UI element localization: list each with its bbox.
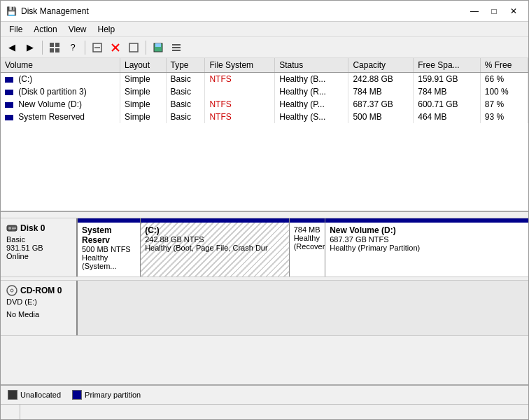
svg-rect-11 bbox=[172, 44, 181, 46]
cell-type: Basic bbox=[166, 111, 205, 123]
svg-rect-0 bbox=[50, 43, 54, 47]
partition-sysres-name: System Reserv bbox=[82, 225, 136, 245]
cell-capacity: 242.88 GB bbox=[348, 73, 414, 86]
svg-rect-12 bbox=[172, 47, 181, 48]
legend-unalloc-label: Unallocated bbox=[20, 391, 61, 399]
cdrom-status: No Media bbox=[6, 310, 71, 318]
tb-minus[interactable] bbox=[89, 39, 106, 56]
disk-0-type: Basic bbox=[6, 235, 71, 244]
partition-rec-size: 784 MB bbox=[294, 225, 321, 234]
menu-action[interactable]: Action bbox=[28, 23, 62, 36]
partition-d-name: New Volume (D:) bbox=[330, 225, 524, 235]
cell-free: 159.91 GB bbox=[414, 73, 480, 86]
cell-pct: 100 % bbox=[480, 85, 528, 98]
partition-c-name: (C:) bbox=[145, 225, 285, 235]
app-icon: 💾 bbox=[6, 6, 17, 16]
svg-point-19 bbox=[7, 286, 17, 295]
svg-rect-10 bbox=[155, 43, 161, 47]
menu-help[interactable]: Help bbox=[92, 23, 121, 36]
tb-list[interactable] bbox=[168, 39, 185, 56]
maximize-button[interactable]: □ bbox=[485, 4, 503, 19]
menu-view[interactable]: View bbox=[63, 23, 92, 36]
cdrom-name: CD-ROM 0 bbox=[20, 286, 62, 295]
cell-pct: 66 % bbox=[480, 73, 528, 86]
cell-fs: NTFS bbox=[205, 111, 275, 123]
menu-file[interactable]: File bbox=[3, 23, 28, 36]
svg-rect-1 bbox=[55, 43, 59, 47]
cell-pct: 93 % bbox=[480, 111, 528, 123]
volume-table: Volume Layout Type File System Status Ca… bbox=[1, 58, 528, 123]
partition-d-size: 687.37 GB NTFS bbox=[330, 235, 524, 244]
col-capacity: Capacity bbox=[348, 58, 414, 73]
volume-table-area: Volume Layout Type File System Status Ca… bbox=[1, 58, 528, 212]
cell-fs bbox=[205, 85, 275, 98]
legend: Unallocated Primary partition bbox=[1, 384, 528, 404]
disk-icon bbox=[6, 223, 17, 234]
cell-free: 784 MB bbox=[414, 85, 480, 98]
menu-bar: File Action View Help bbox=[1, 22, 528, 37]
cell-status: Healthy (R... bbox=[275, 85, 348, 98]
disk-rows-container: Disk 0 Basic 931.51 GB Online System Res… bbox=[1, 212, 528, 342]
partition-sysres-status: Healthy (System... bbox=[82, 253, 136, 270]
minimize-button[interactable]: — bbox=[465, 4, 484, 19]
legend-primary-label: Primary partition bbox=[85, 391, 141, 399]
col-pct: % Free bbox=[480, 58, 528, 73]
cell-status: Healthy (P... bbox=[275, 98, 348, 111]
cell-type: Basic bbox=[166, 73, 205, 86]
disk-0-status: Online bbox=[6, 252, 71, 260]
cell-type: Basic bbox=[166, 85, 205, 98]
partition-sysres-size: 500 MB NTFS bbox=[82, 245, 136, 253]
tb-forward[interactable]: ▶ bbox=[22, 39, 38, 56]
col-layout: Layout bbox=[120, 58, 166, 73]
partition-recovery[interactable]: 784 MB Healthy (Recover bbox=[290, 218, 326, 276]
disk-row-cdrom: CD-ROM 0 DVD (E:) No Media bbox=[1, 280, 528, 336]
col-status: Status bbox=[275, 58, 348, 73]
table-row[interactable]: (Disk 0 partition 3) Simple Basic Health… bbox=[1, 85, 528, 98]
svg-rect-8 bbox=[129, 43, 138, 52]
partition-c-status: Healthy (Boot, Page File, Crash Dur bbox=[145, 244, 285, 252]
svg-point-15 bbox=[8, 227, 11, 230]
svg-rect-18 bbox=[12, 230, 15, 230]
svg-rect-13 bbox=[172, 50, 181, 51]
window-title: Disk Management bbox=[21, 6, 89, 16]
table-row[interactable]: New Volume (D:) Simple Basic NTFS Health… bbox=[1, 98, 528, 111]
table-row[interactable]: (C:) Simple Basic NTFS Healthy (B... 242… bbox=[1, 73, 528, 86]
disk-0-label: Disk 0 Basic 931.51 GB Online bbox=[1, 218, 78, 276]
partition-d-status: Healthy (Primary Partition) bbox=[330, 244, 524, 252]
close-button[interactable]: ✕ bbox=[505, 4, 523, 19]
tb-grid[interactable] bbox=[46, 39, 63, 56]
main-window: 💾 Disk Management — □ ✕ File Action View… bbox=[0, 0, 529, 420]
tb-sep1 bbox=[42, 41, 43, 55]
cell-free: 464 MB bbox=[414, 111, 480, 123]
status-bar bbox=[1, 404, 528, 419]
table-row[interactable]: System Reserved Simple Basic NTFS Health… bbox=[1, 111, 528, 123]
cdrom-partitions bbox=[78, 281, 528, 335]
main-content: Volume Layout Type File System Status Ca… bbox=[1, 58, 528, 404]
svg-rect-17 bbox=[12, 228, 16, 229]
legend-primary-box bbox=[72, 390, 82, 400]
tb-sep2 bbox=[85, 41, 85, 55]
cell-status: Healthy (B... bbox=[275, 73, 348, 86]
tb-refresh[interactable] bbox=[125, 39, 142, 56]
svg-point-20 bbox=[10, 289, 13, 292]
cdrom-label: CD-ROM 0 DVD (E:) No Media bbox=[1, 281, 78, 335]
partition-system-reserved[interactable]: System Reserv 500 MB NTFS Healthy (Syste… bbox=[78, 218, 141, 276]
tb-delete[interactable] bbox=[107, 39, 124, 56]
legend-primary: Primary partition bbox=[72, 390, 141, 400]
tb-back[interactable]: ◀ bbox=[3, 39, 20, 56]
partition-c[interactable]: (C:) 242.88 GB NTFS Healthy (Boot, Page … bbox=[141, 218, 290, 276]
disk-0-name: Disk 0 bbox=[20, 223, 45, 233]
tb-help[interactable]: ? bbox=[64, 39, 81, 56]
cell-fs: NTFS bbox=[205, 98, 275, 111]
col-free: Free Spa... bbox=[414, 58, 480, 73]
tb-save[interactable] bbox=[150, 39, 167, 56]
cell-type: Basic bbox=[166, 98, 205, 111]
partition-d[interactable]: New Volume (D:) 687.37 GB NTFS Healthy (… bbox=[325, 218, 528, 276]
col-type: Type bbox=[166, 58, 205, 73]
cdrom-type: DVD (E:) bbox=[6, 298, 71, 306]
cell-layout: Simple bbox=[120, 73, 166, 86]
toolbar: ◀ ▶ ? bbox=[1, 37, 528, 58]
disk-row-0: Disk 0 Basic 931.51 GB Online System Res… bbox=[1, 218, 528, 277]
status-text bbox=[6, 405, 20, 419]
cell-fs: NTFS bbox=[205, 73, 275, 86]
